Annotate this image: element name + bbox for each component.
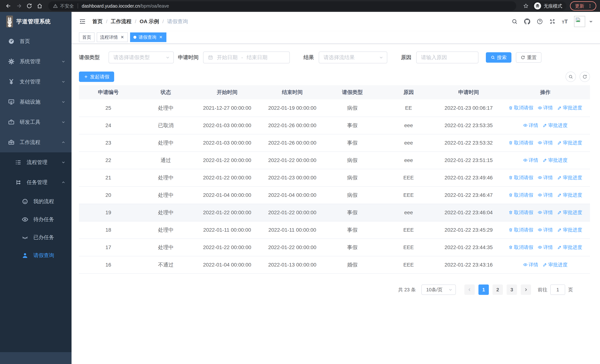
approval-progress-link[interactable]: 审批进度 bbox=[543, 261, 568, 268]
sidebar-item-首页[interactable]: 首页 bbox=[0, 31, 72, 51]
cell-leave-type: 事假 bbox=[324, 221, 380, 239]
cancel-leave-link[interactable]: 取消请假 bbox=[508, 192, 533, 198]
cell-start-time: 2022-01-03 00:00:00 bbox=[194, 117, 261, 134]
apply-time-range-picker[interactable]: 开始日期 - 结束日期 bbox=[203, 52, 290, 63]
result-select[interactable]: 请选择流结果 bbox=[319, 52, 387, 63]
approval-progress-link[interactable]: 审批进度 bbox=[557, 104, 582, 111]
detail-link[interactable]: 详情 bbox=[538, 140, 553, 146]
cell-apply-time: 2022-01-22 23:53:32 bbox=[437, 134, 501, 152]
font-size-icon[interactable]: TT bbox=[562, 19, 568, 24]
cell-id: 23 bbox=[79, 134, 138, 152]
home-icon[interactable] bbox=[35, 1, 45, 11]
create-leave-button[interactable]: 发起请假 bbox=[79, 72, 114, 82]
cancel-leave-link[interactable]: 取消请假 bbox=[508, 140, 533, 146]
approval-progress-link[interactable]: 审批进度 bbox=[557, 140, 582, 146]
approval-progress-link[interactable]: 审批进度 bbox=[557, 244, 582, 251]
forward-icon[interactable] bbox=[14, 1, 24, 11]
sidebar-item-研发工具[interactable]: 研发工具 bbox=[0, 112, 72, 132]
prev-page-button[interactable] bbox=[464, 284, 475, 295]
column-header: 状态 bbox=[138, 85, 194, 99]
briefcase-icon bbox=[8, 139, 15, 146]
column-header: 开始时间 bbox=[194, 85, 261, 99]
tab-label: 首页 bbox=[82, 34, 91, 40]
approval-progress-link[interactable]: 审批进度 bbox=[543, 157, 568, 163]
breadcrumb-item[interactable]: 首页 bbox=[92, 18, 103, 25]
cell-status: 不通过 bbox=[138, 256, 194, 274]
reload-icon[interactable] bbox=[24, 1, 34, 11]
approval-progress-link[interactable]: 审批进度 bbox=[557, 174, 582, 181]
search-icon[interactable] bbox=[511, 18, 518, 25]
kebab-menu-icon[interactable] bbox=[588, 3, 592, 8]
detail-link[interactable]: 详情 bbox=[538, 209, 553, 216]
sidebar-item-工作流程[interactable]: 工作流程 bbox=[0, 132, 72, 152]
reset-button[interactable]: 重置 bbox=[516, 52, 542, 63]
cell-start-time: 2022-01-22 00:00:00 bbox=[194, 152, 261, 169]
sidebar-item-label: 基础设施 bbox=[20, 98, 61, 105]
update-button[interactable]: 更新 bbox=[570, 1, 596, 10]
detail-link[interactable]: 详情 bbox=[523, 122, 538, 129]
leave-type-select[interactable]: 请选择请假类型 bbox=[109, 52, 174, 63]
detail-link[interactable]: 详情 bbox=[538, 244, 553, 251]
tab-请假查询[interactable]: 请假查询✕ bbox=[130, 32, 166, 42]
table-refresh-icon[interactable] bbox=[580, 72, 590, 82]
approval-progress-link[interactable]: 审批进度 bbox=[557, 227, 582, 233]
bookmark-star-icon[interactable] bbox=[521, 1, 530, 10]
tab-流程详情[interactable]: 流程详情✕ bbox=[97, 32, 128, 42]
detail-link[interactable]: 详情 bbox=[538, 192, 553, 198]
cell-start-time: 2022-01-22 00:00:00 bbox=[194, 204, 261, 221]
help-icon[interactable] bbox=[537, 18, 543, 25]
cancel-leave-link[interactable]: 取消请假 bbox=[508, 104, 533, 111]
detail-link[interactable]: 详情 bbox=[538, 174, 553, 181]
column-header: 操作 bbox=[500, 85, 590, 99]
sidebar-item-任务管理[interactable]: 任务管理 bbox=[0, 172, 72, 192]
github-icon[interactable] bbox=[524, 18, 530, 25]
approval-progress-link[interactable]: 审批进度 bbox=[557, 209, 582, 216]
caret-down-icon[interactable] bbox=[589, 21, 593, 24]
search-button[interactable]: 搜索 bbox=[486, 52, 511, 63]
fullscreen-icon[interactable] bbox=[549, 18, 555, 25]
address-bar[interactable]: 不安全 dashboard.yudao.iocoder.cn /bpm/oa/l… bbox=[48, 1, 516, 10]
approval-progress-link[interactable]: 审批进度 bbox=[557, 192, 582, 198]
cell-actions: 取消请假详情审批进度 bbox=[500, 187, 590, 204]
back-icon[interactable] bbox=[4, 1, 13, 11]
cancel-leave-link[interactable]: 取消请假 bbox=[508, 174, 533, 181]
tab-首页[interactable]: 首页 bbox=[79, 32, 94, 42]
cell-start-time: 2022-01-04 00:00:00 bbox=[194, 187, 261, 204]
close-icon[interactable]: ✕ bbox=[120, 35, 124, 39]
cell-actions: 取消请假详情审批进度 bbox=[500, 169, 590, 187]
reason-input[interactable] bbox=[416, 52, 478, 63]
incognito-icon bbox=[534, 2, 541, 9]
sidebar-item-待办任务[interactable]: 待办任务 bbox=[0, 210, 72, 228]
detail-link[interactable]: 详情 bbox=[523, 157, 538, 163]
sidebar-item-请假查询[interactable]: 请假查询 bbox=[0, 246, 72, 264]
cell-id: 25 bbox=[79, 99, 138, 117]
detail-link[interactable]: 详情 bbox=[523, 261, 538, 268]
table-search-toggle-icon[interactable] bbox=[565, 72, 576, 82]
avatar[interactable] bbox=[574, 16, 585, 27]
detail-link[interactable]: 详情 bbox=[538, 227, 553, 233]
breadcrumb-item[interactable]: 工作流程 bbox=[111, 18, 131, 25]
sidebar-item-系统管理[interactable]: 系统管理 bbox=[0, 51, 72, 72]
page-button-3[interactable]: 3 bbox=[506, 284, 517, 295]
sidebar-item-我的流程[interactable]: 我的流程 bbox=[0, 192, 72, 210]
breadcrumb-item[interactable]: OA 示例 bbox=[140, 18, 159, 25]
sidebar-item-label: 系统管理 bbox=[20, 58, 61, 65]
sidebar-collapse-icon[interactable] bbox=[79, 18, 86, 25]
detail-link[interactable]: 详情 bbox=[538, 104, 553, 111]
table-row: 24已取消2022-01-03 00:00:002022-01-26 00:00… bbox=[79, 117, 590, 134]
sidebar-item-支付管理[interactable]: 支付管理 bbox=[0, 72, 72, 92]
page-button-1[interactable]: 1 bbox=[478, 284, 489, 295]
sidebar-item-基础设施[interactable]: 基础设施 bbox=[0, 92, 72, 112]
goto-page-input[interactable] bbox=[550, 284, 565, 295]
close-icon[interactable]: ✕ bbox=[159, 35, 163, 39]
approval-progress-link[interactable]: 审批进度 bbox=[543, 122, 568, 129]
cancel-leave-link[interactable]: 取消请假 bbox=[508, 227, 533, 233]
page-button-2[interactable]: 2 bbox=[493, 284, 503, 295]
cancel-leave-link[interactable]: 取消请假 bbox=[508, 209, 533, 216]
sidebar-item-流程管理[interactable]: 流程管理 bbox=[0, 152, 72, 172]
sidebar-item-已办任务[interactable]: 已办任务 bbox=[0, 228, 72, 246]
cancel-leave-link[interactable]: 取消请假 bbox=[508, 244, 533, 251]
page-size-select[interactable]: 10条/页 bbox=[421, 284, 456, 295]
next-page-button[interactable] bbox=[521, 284, 531, 295]
logo-image bbox=[6, 16, 13, 28]
